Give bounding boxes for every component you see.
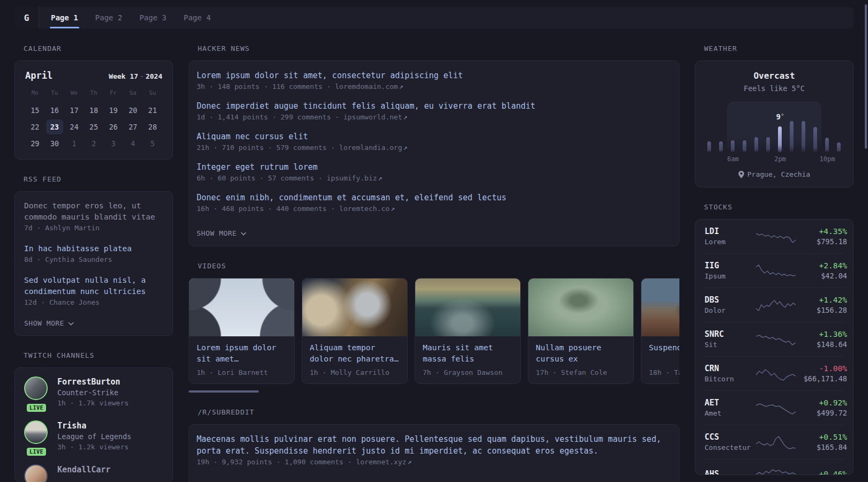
stock-row[interactable]: SNRCSit +1.36%$148.64 [704,322,844,357]
stock-sparkline [756,400,796,416]
video-title-link[interactable]: Mauris sit amet massa felis [423,342,513,365]
calendar-day[interactable]: 27 [124,119,141,134]
hn-story-domain-link[interactable]: ipsumworld.net↗ [343,113,407,121]
hn-show-more-button[interactable]: SHOW MORE [197,229,246,237]
calendar-day[interactable]: 21 [144,103,161,118]
hn-story-link[interactable]: Donec enim nibh, condimentum et accumsan… [197,192,671,204]
tab-page-2[interactable]: Page 2 [87,7,131,28]
tab-page-3[interactable]: Page 3 [131,7,175,28]
rss-item-link[interactable]: Donec tempor eros leo, ut commodo mauris… [24,200,163,223]
video-thumbnail[interactable] [302,278,407,336]
video-card[interactable]: Nullam posuere cursus ex 17h · Stefan Co… [528,278,634,384]
stock-sparkline [756,297,796,313]
stock-row[interactable]: AHS +0.46% [704,460,844,475]
calendar-day[interactable]: 19 [105,103,122,118]
hn-story-link[interactable]: Donec imperdiet augue tincidunt felis al… [197,100,671,112]
twitch-channel-link[interactable]: Trisha [57,420,131,431]
video-card[interactable]: Mauris sit amet massa felis 7h · Grayson… [415,278,521,384]
video-title-link[interactable]: Suspendisse diam [649,342,679,365]
stock-change: -1.00% [796,363,847,374]
stock-row[interactable]: DBSDolor +1.42%$156.28 [704,288,844,322]
weather-time-label: 10pm [820,155,835,163]
twitch-channel-link[interactable]: ForrestBurton [57,376,129,387]
video-thumbnail[interactable] [189,278,294,336]
stock-row[interactable]: CRNBitcorn -1.00%$66,171.48 [704,357,844,391]
video-title-link[interactable]: Aliquam tempor dolor nec pharetra… [310,342,400,365]
twitch-channel-game[interactable]: Counter-Strike [57,387,129,398]
app-logo[interactable]: G [14,7,39,28]
hn-story-domain-link[interactable]: ipsumify.biz↗ [327,174,383,182]
calendar-week-year: Week 17·2024 [109,72,162,80]
video-title-link[interactable]: Lorem ipsum dolor sit amet consectetu… [197,342,287,365]
calendar-day[interactable]: 17 [65,103,83,118]
reddit-post-domain-link[interactable]: loremnet.xyz↗ [356,458,411,466]
stock-sparkline [756,332,796,348]
calendar-day[interactable]: 4 [124,136,141,151]
tab-page-4[interactable]: Page 4 [175,7,220,28]
hn-story-stats: 1d · 1,414 points · 299 comments · [197,113,339,121]
calendar-day[interactable]: 22 [26,119,43,134]
hn-story-link[interactable]: Lorem ipsum dolor sit amet, consectetur … [197,70,671,81]
calendar-day[interactable]: 28 [144,119,161,134]
avatar[interactable] [24,420,48,444]
calendar-day[interactable]: 16 [46,103,63,118]
stock-change: +4.35% [796,226,847,237]
calendar-week-label: Week 17 [109,72,138,80]
rss-item-link[interactable]: Sed volutpat nulla nisl, a condimentum n… [24,275,163,297]
calendar-day[interactable]: 2 [85,136,102,151]
avatar[interactable] [24,464,48,482]
rss-item-link[interactable]: In hac habitasse platea [24,243,163,254]
calendar-day[interactable]: 24 [65,119,83,134]
hn-story-link[interactable]: Integer eget rutrum lorem [197,161,671,173]
twitch-channel-link[interactable]: KendallCarr [57,464,110,475]
twitch-channel-game[interactable]: League of Legends [57,431,131,442]
calendar-day[interactable]: 15 [26,103,43,118]
calendar-day[interactable]: 3 [105,136,122,151]
calendar-weekday-header: Fr [110,89,117,96]
avatar[interactable] [24,376,48,400]
hn-story-domain-link[interactable]: loremtech.co↗ [339,205,395,213]
hn-story-link[interactable]: Aliquam nec cursus elit [197,131,671,142]
calendar-day[interactable]: 30 [46,136,63,151]
stock-name: Bitcorn [705,374,756,384]
video-card[interactable]: Aliquam tempor dolor nec pharetra… 1h · … [302,278,408,384]
video-thumbnail[interactable] [641,278,679,336]
tab-page-1[interactable]: Page 1 [42,7,87,28]
video-thumbnail[interactable] [415,278,520,336]
stock-row[interactable]: LDILorem +4.35%$795.18 [704,220,844,254]
page-scrollbar-thumb[interactable] [865,4,867,149]
hn-story-domain-link[interactable]: loremdomain.com↗ [335,82,403,91]
calendar-day[interactable]: 20 [124,103,141,118]
hackernews-widget: HACKER NEWS Lorem ipsum dolor sit amet, … [189,44,679,246]
calendar-day[interactable]: 23 [46,119,63,134]
external-link-icon: ↗ [406,458,411,466]
video-carousel-scrollbar[interactable] [189,390,259,393]
stock-symbol: AET [705,397,756,408]
hn-story-domain-link[interactable]: loremlandia.org↗ [339,144,407,152]
weather-card: Overcast Feels like 5°C 9° 6am 2pm 10pm … [695,61,854,187]
calendar-day[interactable]: 26 [105,119,122,134]
reddit-post-link[interactable]: Maecenas mollis pulvinar erat non posuer… [197,433,671,457]
rss-item: Donec tempor eros leo, ut commodo mauris… [24,200,163,234]
weather-bar [790,121,794,152]
stock-row[interactable]: CCSConsectetur +0.51%$165.84 [704,425,844,460]
video-card[interactable]: Lorem ipsum dolor sit amet consectetu… 1… [189,278,295,384]
external-link-icon: ↗ [402,113,408,121]
stock-row[interactable]: AETAmet +0.92%$499.72 [704,391,844,425]
video-info: Aliquam tempor dolor nec pharetra… 1h · … [302,336,407,383]
calendar-day[interactable]: 1 [65,136,83,151]
video-meta: 1h · Lori Barnett [197,368,287,376]
video-card[interactable]: Suspendisse diam 18h · Tara [641,278,679,384]
stock-row[interactable]: IIGIpsum +2.84%$42.04 [704,254,844,288]
calendar-widget: CALENDAR April Week 17·2024 MoTuWeThFrSa… [14,44,173,160]
calendar-day[interactable]: 25 [85,119,102,134]
video-thumbnail[interactable] [528,278,633,336]
calendar-day[interactable]: 29 [26,136,43,151]
rss-show-more-button[interactable]: SHOW MORE [24,319,74,327]
calendar-day[interactable]: 5 [144,136,161,151]
reddit-post-meta: 19h · 9,932 points · 1,090 comments · lo… [197,457,671,468]
calendar-day[interactable]: 18 [85,103,102,118]
reddit-post: Maecenas mollis pulvinar erat non posuer… [197,433,671,468]
hn-story-domain: loremlandia.org [339,144,402,152]
video-title-link[interactable]: Nullam posuere cursus ex [536,342,626,365]
